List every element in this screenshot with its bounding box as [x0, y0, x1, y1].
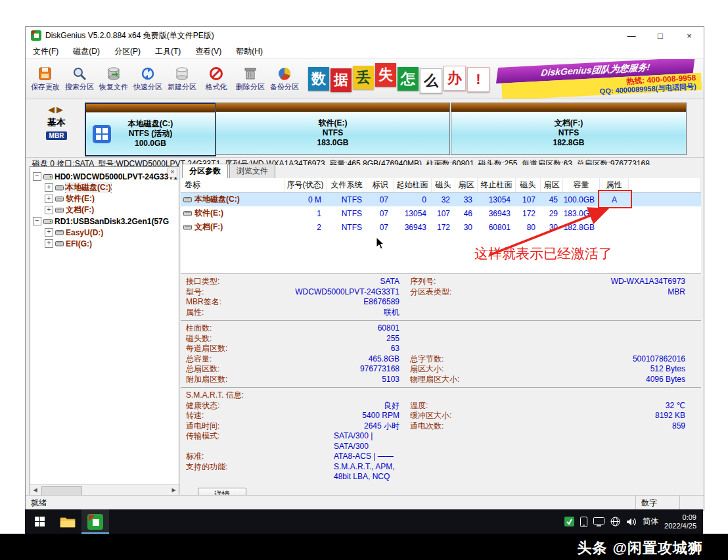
detail-label: 传输模式: [186, 431, 245, 452]
menu-file[interactable]: 文件(F) [26, 46, 66, 57]
detail-value: E8676589 [245, 297, 399, 308]
menu-help[interactable]: 帮助(H) [229, 46, 270, 57]
quick-partition-button[interactable]: 快速分区 [131, 66, 165, 92]
detail-label: 总容量: [186, 354, 245, 365]
detail-value: 5103 [245, 375, 399, 385]
watermark-brand: 头条 [578, 540, 608, 556]
display-icon[interactable] [593, 517, 604, 526]
volume-icon[interactable] [626, 517, 637, 526]
cell-index: 0 M [284, 195, 327, 204]
tool-label: 恢复文件 [99, 82, 128, 92]
expand-icon[interactable] [45, 239, 53, 248]
partition-fs: NTFS [323, 128, 343, 138]
tab-browse-files[interactable]: 浏览文件 [229, 164, 275, 178]
tray-app-icon[interactable] [564, 517, 574, 526]
tree-node-efi[interactable]: EFI(G:) [30, 238, 179, 249]
collapse-icon[interactable] [33, 172, 41, 181]
new-partition-button[interactable]: 新建分区 [165, 66, 199, 92]
expand-icon[interactable] [45, 183, 53, 192]
status-end-cell [679, 496, 704, 510]
expand-icon[interactable] [45, 195, 53, 203]
cell-head: 107 [432, 209, 455, 218]
diskgenius-taskbar-icon[interactable] [81, 509, 109, 534]
detail-label: 通电时间: [186, 421, 245, 432]
detail-value: 859 [482, 421, 685, 432]
scroll-left-icon[interactable] [30, 486, 40, 495]
phone-icon[interactable] [580, 517, 587, 527]
partition-block-c[interactable]: 本地磁盘(C:) NTFS (活动) 100.0GB [85, 103, 216, 156]
cell-volume: 本地磁盘(C:) [181, 194, 284, 205]
detail-label: 磁头数: [186, 334, 245, 344]
menu-tools[interactable]: 工具(T) [148, 46, 188, 57]
partition-overview: ◀▶ 基本 MBR 本地磁盘(C:) NTFS (活动) 100.0GB 软件(… [26, 99, 704, 158]
clock[interactable]: 0:09 2022/4/25 [664, 513, 696, 530]
partition-block-f[interactable]: 文档(F:) NTFS 182.8GB [451, 103, 687, 155]
detail-value [482, 323, 685, 334]
partition-block-header [86, 104, 215, 112]
cell-start-cylinder: 36943 [394, 223, 432, 232]
start-button[interactable] [25, 509, 54, 534]
detail-label: 分区表类型: [410, 287, 482, 298]
ad-banner[interactable]: 数 据 丢 失 怎 么 办 ! DiskGenius团队为您服务! 热线: 40… [308, 62, 700, 96]
disk-icon [43, 218, 53, 225]
detail-label: 物理扇区大小: [410, 375, 482, 385]
format-icon [208, 66, 225, 82]
detail-value: WDCWD5000LPVT-24G33T1 [245, 287, 399, 298]
close-panel-icon[interactable] [168, 168, 177, 177]
search-icon [71, 66, 88, 82]
detail-label: 总字节数: [410, 354, 482, 365]
tree-node-easyu[interactable]: EasyU(D:) [30, 227, 179, 238]
partition-block-e[interactable]: 软件(E:) NTFS 183.0GB [216, 103, 450, 155]
scrollbar-track[interactable] [40, 486, 169, 495]
maximize-button[interactable]: □ [646, 27, 675, 44]
search-partition-button[interactable]: 搜索分区 [62, 66, 97, 92]
tree-node-hd0[interactable]: HD0:WDCWD5000LPVT-24G33T1 [30, 171, 179, 182]
scrollbar-thumb[interactable] [41, 486, 82, 496]
detail-value: 465.8GB [245, 354, 399, 365]
tree-node-c[interactable]: 本地磁盘(C:) [30, 182, 179, 193]
tree-node-e[interactable]: 软件(E:) [30, 193, 179, 204]
col-end-cylinder: 终止柱面 [478, 178, 516, 192]
detail-label: 型号: [186, 287, 245, 298]
delete-partition-button[interactable]: 删除分区 [233, 66, 267, 92]
tree-node-rd1[interactable]: RD1:USBSanDisk3.2Gen1(57G [30, 216, 179, 227]
disk-tree-panel: HD0:WDCWD5000LPVT-24G33T1 本地磁盘(C:) [30, 166, 179, 496]
detail-value: S.M.A.R.T., APM, 48bit LBA, NCQ [245, 462, 399, 482]
menu-disk[interactable]: 磁盘(D) [66, 46, 107, 57]
horizontal-scrollbar[interactable] [30, 484, 179, 495]
input-method-indicator[interactable]: 简体 [643, 516, 658, 527]
cell-filesystem: NTFS [327, 223, 367, 232]
ad-tile: 失 [375, 63, 396, 87]
cell-filesystem: NTFS [327, 195, 367, 204]
tree-node-f[interactable]: 文档(F:) [30, 204, 179, 216]
minimize-button[interactable]: — [617, 27, 646, 44]
folder-icon [60, 515, 76, 528]
file-explorer-taskbar-icon[interactable] [54, 509, 81, 534]
backup-partition-button[interactable]: 备份分区 [267, 66, 302, 92]
detail-value: MBR [482, 287, 685, 298]
expand-icon[interactable] [45, 206, 53, 214]
expand-icon[interactable] [45, 228, 53, 237]
close-button[interactable]: × [675, 27, 704, 44]
detail-value: 976773168 [245, 364, 399, 375]
detail-label: 每道扇区数: [186, 344, 245, 354]
partition-block-header [451, 103, 686, 112]
menu-partition[interactable]: 分区(P) [107, 46, 148, 57]
partition-icon [183, 196, 192, 203]
recover-files-button[interactable]: 恢复文件 [97, 66, 131, 92]
save-changes-button[interactable]: 保存更改 [28, 66, 62, 92]
detail-label: 通电次数: [410, 421, 482, 432]
prev-next-disk-icons[interactable]: ◀▶ [34, 105, 80, 114]
ad-tile: 据 [330, 68, 352, 92]
detail-value [482, 297, 685, 308]
menu-view[interactable]: 查看(V) [188, 46, 229, 57]
cell-index: 2 [284, 223, 327, 232]
scroll-right-icon[interactable] [169, 486, 179, 495]
partition-icon [55, 184, 64, 191]
tab-partition-params[interactable]: 分区参数 [182, 164, 228, 179]
format-button[interactable]: 格式化 [199, 66, 233, 92]
collapse-icon[interactable] [33, 217, 41, 225]
system-tray: 简体 0:09 2022/4/25 [564, 513, 703, 530]
globe-icon[interactable] [610, 517, 620, 526]
detail-value [482, 308, 685, 318]
